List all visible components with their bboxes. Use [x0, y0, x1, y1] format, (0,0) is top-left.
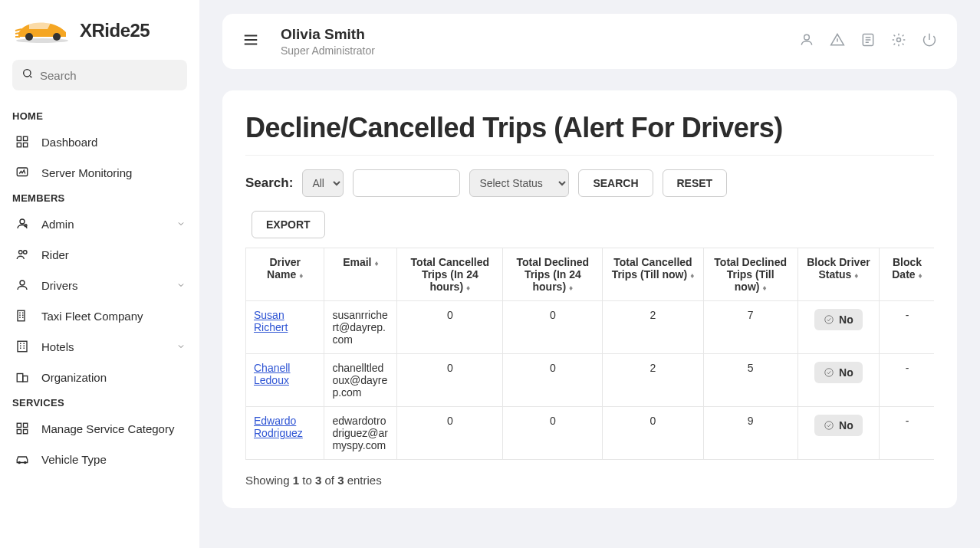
svg-point-2	[53, 33, 61, 41]
cell-block-status: No	[797, 407, 879, 460]
page-title: Decline/Cancelled Trips (Alert For Drive…	[245, 112, 934, 156]
table-row: Susan Richertsusanrrichert@dayrep.com002…	[246, 301, 935, 354]
cell-block-status: No	[797, 301, 879, 354]
nav-drivers[interactable]: Drivers	[6, 270, 193, 300]
svg-rect-7	[24, 143, 28, 147]
power-icon[interactable]	[922, 32, 937, 51]
monitor-icon	[14, 166, 31, 179]
nav-label: Drivers	[41, 279, 78, 292]
export-button[interactable]: EXPORT	[252, 211, 325, 238]
menu-button[interactable]	[242, 31, 259, 51]
chevron-down-icon	[176, 218, 186, 231]
section-services: SERVICES	[6, 392, 193, 413]
user-role: Super Administrator	[281, 44, 375, 57]
svg-rect-21	[24, 430, 28, 434]
vehicle-icon	[14, 452, 31, 466]
sort-icon: ♦	[466, 284, 470, 292]
dashboard-icon	[14, 135, 31, 149]
search-button[interactable]: SEARCH	[578, 169, 653, 197]
sort-icon: ♦	[919, 271, 922, 280]
driver-link[interactable]: Edwardo Rodriguez	[254, 415, 303, 439]
svg-rect-16	[17, 374, 23, 382]
th-cancelled-24h[interactable]: Total Cancelled Trips (In 24 hours)♦	[397, 248, 503, 301]
svg-point-11	[19, 251, 23, 254]
th-declined-total[interactable]: Total Declined Trips (Till now)♦	[703, 248, 797, 301]
search-icon	[21, 67, 34, 83]
driver-icon	[14, 278, 31, 292]
block-status-pill[interactable]: No	[814, 309, 863, 330]
th-block-status[interactable]: Block Driver Status♦	[797, 248, 879, 301]
block-status-pill[interactable]: No	[814, 362, 863, 383]
chevron-down-icon	[176, 340, 186, 353]
rider-icon	[14, 248, 31, 261]
topbar: Olivia Smith Super Administrator	[222, 14, 957, 69]
cell-cancelled-24h: 0	[397, 301, 503, 354]
cell-block-date: -	[879, 301, 934, 354]
sidebar-search[interactable]	[12, 60, 187, 90]
svg-point-27	[825, 316, 834, 324]
logo[interactable]: XRide25	[6, 14, 193, 60]
organization-icon	[14, 370, 31, 384]
alert-icon[interactable]	[830, 32, 845, 51]
settings-icon[interactable]	[891, 32, 906, 51]
table-wrap: Driver Name♦ Email♦ Total Cancelled Trip…	[245, 248, 934, 460]
svg-point-3	[24, 70, 31, 77]
nav-vehicle-type[interactable]: Vehicle Type	[6, 444, 193, 474]
cell-cancelled-24h: 0	[397, 407, 503, 460]
nav-manage-service-category[interactable]: Manage Service Category	[6, 413, 193, 444]
block-status-pill[interactable]: No	[814, 415, 863, 436]
search-label: Search:	[245, 176, 293, 191]
section-home: HOME	[6, 106, 193, 126]
cell-cancelled-24h: 0	[397, 354, 503, 407]
cell-driver-name: Susan Richert	[246, 301, 324, 354]
nav-label: Vehicle Type	[41, 453, 107, 466]
svg-rect-19	[24, 423, 28, 427]
svg-rect-8	[17, 168, 28, 176]
nav-server-monitoring[interactable]: Server Monitoring	[6, 157, 193, 188]
cell-email: edwardotrodriguez@armyspy.com	[324, 407, 397, 460]
cell-declined-24h: 0	[503, 407, 603, 460]
cell-driver-name: Edwardo Rodriguez	[246, 407, 324, 460]
sort-icon: ♦	[299, 271, 303, 280]
nav-dashboard[interactable]: Dashboard	[6, 126, 193, 157]
svg-point-1	[25, 33, 33, 41]
nav-label: Rider	[41, 248, 69, 261]
driver-link[interactable]: Susan Richert	[254, 309, 288, 333]
user-name: Olivia Smith	[281, 26, 375, 43]
th-block-date[interactable]: Block Date♦	[879, 248, 934, 301]
filter-text-input[interactable]	[353, 169, 460, 197]
profile-icon[interactable]	[799, 32, 814, 51]
nav-label: Manage Service Category	[41, 422, 174, 435]
th-declined-24h[interactable]: Total Declined Trips (In 24 hours)♦	[503, 248, 603, 301]
cell-driver-name: Chanell Ledoux	[246, 354, 324, 407]
th-cancelled-total[interactable]: Total Cancelled Trips (Till now)♦	[603, 248, 703, 301]
nav-rider[interactable]: Rider	[6, 239, 193, 270]
nav-organization[interactable]: Organization	[6, 362, 193, 392]
svg-rect-18	[17, 423, 21, 427]
th-email[interactable]: Email♦	[324, 248, 397, 301]
cell-declined-total: 9	[703, 407, 797, 460]
svg-rect-6	[17, 143, 21, 147]
chevron-down-icon	[176, 279, 186, 292]
filter-status-select[interactable]: Select Status	[469, 169, 569, 197]
nav-hotels[interactable]: Hotels	[6, 331, 193, 362]
reset-button[interactable]: RESET	[663, 169, 728, 197]
nav-label: Hotels	[41, 340, 74, 353]
note-icon[interactable]	[860, 32, 876, 51]
driver-link[interactable]: Chanell Ledoux	[254, 362, 290, 386]
topbar-actions	[799, 32, 937, 51]
svg-point-26	[897, 38, 901, 42]
nav-label: Taxi Fleet Company	[41, 310, 143, 323]
filter-type-select[interactable]: All	[302, 169, 344, 197]
th-driver-name[interactable]: Driver Name♦	[246, 248, 324, 301]
table-row: Edwardo Rodriguezedwardotrodriguez@armys…	[246, 407, 935, 460]
sidebar-search-input[interactable]	[40, 69, 178, 82]
svg-rect-14	[18, 310, 25, 321]
nav-admin[interactable]: Admin	[6, 208, 193, 239]
cell-declined-24h: 0	[503, 354, 603, 407]
nav-taxi-fleet[interactable]: Taxi Fleet Company	[6, 300, 193, 331]
nav-label: Dashboard	[41, 136, 97, 149]
drivers-table: Driver Name♦ Email♦ Total Cancelled Trip…	[245, 248, 934, 460]
main-area: Olivia Smith Super Administrator Decline…	[199, 0, 980, 548]
table-row: Chanell Ledouxchanelltledoux@dayrep.com0…	[246, 354, 935, 407]
